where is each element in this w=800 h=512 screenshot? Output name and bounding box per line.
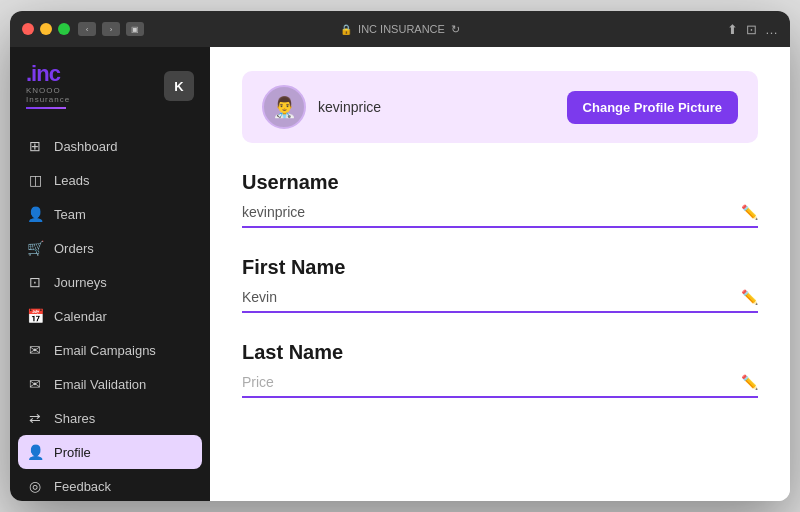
team-icon: 👤 (26, 206, 44, 222)
firstname-input-row: ✏️ (242, 289, 758, 313)
lock-icon: 🔒 (340, 24, 352, 35)
calendar-icon: 📅 (26, 308, 44, 324)
username-input[interactable] (242, 204, 741, 220)
sidebar-label-journeys: Journeys (54, 275, 107, 290)
sidebar-label-dashboard: Dashboard (54, 139, 118, 154)
change-profile-picture-button[interactable]: Change Profile Picture (567, 91, 738, 124)
sidebar-item-leads[interactable]: ◫ Leads (10, 163, 210, 197)
sidebar-label-email-campaigns: Email Campaigns (54, 343, 156, 358)
logo-sub: KNOOOInsurance (26, 86, 70, 104)
titlebar-right-controls: ⬆ ⊡ … (727, 22, 778, 37)
username-field: Username ✏️ (242, 171, 758, 228)
logo: .inc KNOOOInsurance (26, 63, 70, 109)
logo-underline (26, 107, 66, 109)
sidebar-label-team: Team (54, 207, 86, 222)
sidebar-label-profile: Profile (54, 445, 91, 460)
sidebar-label-orders: Orders (54, 241, 94, 256)
title-bar: ‹ › ▣ 🔒 INC INSURANCE ↻ ⬆ ⊡ … (10, 11, 790, 47)
page-title: INC INSURANCE (358, 23, 445, 35)
username-input-row: ✏️ (242, 204, 758, 228)
profile-header: 👨‍⚕️ kevinprice Change Profile Picture (242, 71, 758, 143)
journeys-icon: ⊡ (26, 274, 44, 290)
lastname-field: Last Name ✏️ (242, 341, 758, 398)
logo-area: .inc KNOOOInsurance K (10, 63, 210, 129)
lastname-input[interactable] (242, 374, 741, 390)
close-button[interactable] (22, 23, 34, 35)
sidebar-label-shares: Shares (54, 411, 95, 426)
logo-text: .inc (26, 63, 70, 85)
sidebar-item-profile[interactable]: 👤 Profile (18, 435, 202, 469)
sidebar-item-email-validation[interactable]: ✉ Email Validation (10, 367, 210, 401)
firstname-label: First Name (242, 256, 758, 279)
sidebar-item-dashboard[interactable]: ⊞ Dashboard (10, 129, 210, 163)
avatar-image: 👨‍⚕️ (272, 95, 297, 119)
app-body: .inc KNOOOInsurance K ⊞ Dashboard ◫ Lead… (10, 47, 790, 501)
minimize-button[interactable] (40, 23, 52, 35)
orders-icon: 🛒 (26, 240, 44, 256)
leads-icon: ◫ (26, 172, 44, 188)
main-content: 👨‍⚕️ kevinprice Change Profile Picture U… (210, 47, 790, 501)
username-edit-icon[interactable]: ✏️ (741, 204, 758, 220)
refresh-icon[interactable]: ↻ (451, 23, 460, 36)
app-window: ‹ › ▣ 🔒 INC INSURANCE ↻ ⬆ ⊡ … .inc (10, 11, 790, 501)
profile-username-display: kevinprice (318, 99, 381, 115)
sidebar-item-email-campaigns[interactable]: ✉ Email Campaigns (10, 333, 210, 367)
back-button[interactable]: ‹ (78, 22, 96, 36)
shares-icon: ⇄ (26, 410, 44, 426)
sidebar-toggle-icon[interactable]: ⊡ (746, 22, 757, 37)
forward-button[interactable]: › (102, 22, 120, 36)
profile-icon: 👤 (26, 444, 44, 460)
lastname-label: Last Name (242, 341, 758, 364)
user-avatar-initial[interactable]: K (164, 71, 194, 101)
sidebar-item-journeys[interactable]: ⊡ Journeys (10, 265, 210, 299)
maximize-button[interactable] (58, 23, 70, 35)
sidebar-label-calendar: Calendar (54, 309, 107, 324)
email-validation-icon: ✉ (26, 376, 44, 392)
firstname-input[interactable] (242, 289, 741, 305)
sidebar-item-calendar[interactable]: 📅 Calendar (10, 299, 210, 333)
feedback-icon: ◎ (26, 478, 44, 494)
username-label: Username (242, 171, 758, 194)
share-icon[interactable]: ⬆ (727, 22, 738, 37)
logo-dot: .inc (26, 61, 60, 86)
more-icon[interactable]: … (765, 22, 778, 37)
sidebar-label-feedback: Feedback (54, 479, 111, 494)
sidebar-item-shares[interactable]: ⇄ Shares (10, 401, 210, 435)
address-bar: 🔒 INC INSURANCE ↻ (340, 23, 460, 36)
sidebar-label-leads: Leads (54, 173, 89, 188)
nav-list: ⊞ Dashboard ◫ Leads 👤 Team 🛒 Orders ⊡ (10, 129, 210, 501)
sidebar-label-email-validation: Email Validation (54, 377, 146, 392)
sidebar: .inc KNOOOInsurance K ⊞ Dashboard ◫ Lead… (10, 47, 210, 501)
lastname-edit-icon[interactable]: ✏️ (741, 374, 758, 390)
avatar: 👨‍⚕️ (262, 85, 306, 129)
sidebar-item-team[interactable]: 👤 Team (10, 197, 210, 231)
firstname-field: First Name ✏️ (242, 256, 758, 313)
email-campaigns-icon: ✉ (26, 342, 44, 358)
profile-header-left: 👨‍⚕️ kevinprice (262, 85, 381, 129)
lastname-input-row: ✏️ (242, 374, 758, 398)
nav-buttons: ‹ › ▣ (78, 22, 144, 36)
sidebar-item-orders[interactable]: 🛒 Orders (10, 231, 210, 265)
dashboard-icon: ⊞ (26, 138, 44, 154)
view-toggle-button[interactable]: ▣ (126, 22, 144, 36)
traffic-lights (22, 23, 70, 35)
sidebar-item-feedback[interactable]: ◎ Feedback (10, 469, 210, 501)
firstname-edit-icon[interactable]: ✏️ (741, 289, 758, 305)
